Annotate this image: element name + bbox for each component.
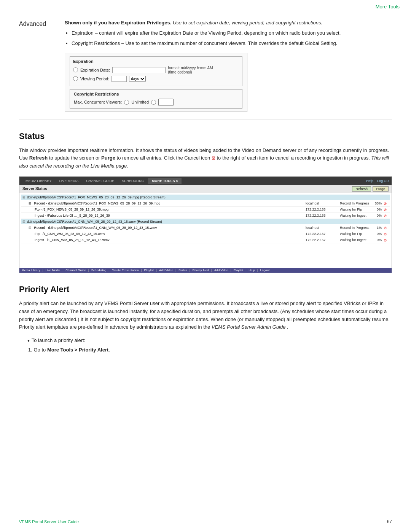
ss-file1-ftp-status: Waiting for Ftp <box>340 208 370 211</box>
ss-file2-ingest-status: Waiting for Ingest <box>340 238 370 242</box>
limited-radio[interactable] <box>151 100 156 105</box>
ss-help-link[interactable]: Help <box>366 179 373 183</box>
ss-footer-status[interactable]: Status <box>178 268 187 272</box>
ss-refresh-btn[interactable]: Refresh <box>352 186 371 192</box>
priority-step1-bold: More Tools > Priority Alert <box>47 347 108 353</box>
priority-step1-end: . <box>108 347 110 353</box>
priority-step1-start: Go to <box>33 347 47 353</box>
page-footer: VEMS Portal Server User Guide 67 <box>19 519 392 524</box>
viewing-period-input[interactable] <box>112 76 127 82</box>
ss-footer-playlist[interactable]: Playlist <box>144 268 154 272</box>
ss-footer-live-media[interactable]: Live Media <box>46 268 61 272</box>
priority-para-italic: VEMS Portal Server Admin Guide <box>212 324 286 330</box>
format-note: format: m/d/yyyy h:mm AM (time optional) <box>168 66 213 74</box>
priority-bullet-list: To launch a priority alert: <box>27 337 392 343</box>
ss-footer-priority-alert[interactable]: Priority Alert <box>193 268 209 272</box>
status-section: Status This window provides important re… <box>19 131 392 273</box>
ss-file1-record-pct: 55% <box>370 201 382 205</box>
ss-file2-header: ⊟ d:\inetpub\ftproot\MCS\Record\1_CNN_WM… <box>21 219 390 224</box>
expiration-date-row: Expiration Date: format: m/d/yyyy h:mm A… <box>73 66 239 74</box>
ss-file2-ingest-row: Ingest - /1_CNN_WM_05_28_09_12_43_15.wmv… <box>21 237 390 243</box>
priority-numbered-list: Go to More Tools > Priority Alert. <box>28 347 392 353</box>
ss-file2-ingest-cancel[interactable]: ⊘ <box>382 238 389 242</box>
ss-nav-channel-guide[interactable]: CHANNEL GUIDE <box>82 178 118 184</box>
bullet-expiration: Expiration – content will expire after t… <box>72 29 392 37</box>
ss-footer-media-library[interactable]: Media Library <box>22 268 40 272</box>
days-select[interactable]: days <box>129 76 146 82</box>
ss-file2-header-text: d:\inetpub\ftproot\MCS\Record\1_CNN_WM_0… <box>27 220 162 224</box>
copyright-row: Max. Concurrent Viewers: Unlimited <box>74 99 238 106</box>
ss-file2-expand[interactable]: ⊟ <box>22 220 25 224</box>
copyright-legend: Copyright Restrictions <box>74 92 238 96</box>
footer-page-number: 67 <box>387 519 392 524</box>
status-screenshot: MEDIA LIBRARY LIVE MEDIA CHANNEL GUIDE S… <box>19 176 392 273</box>
ss-file1-record-expand[interactable]: ⊟ <box>29 201 32 205</box>
ss-file2-record-expand[interactable]: ⊟ <box>29 226 32 230</box>
priority-para-text: A priority alert can be launched by any … <box>19 300 390 330</box>
ss-file1-ingest-row: Ingest - /Fabulous Life Of …_5_28_09_12_… <box>21 213 390 219</box>
top-bar: More Tools <box>0 0 411 12</box>
ss-file1-ingest-name: Ingest - /Fabulous Life Of …_5_28_09_12_… <box>35 214 306 217</box>
footer-brand: VEMS Portal Server User Guide <box>19 519 79 524</box>
ss-file2-record-host: localhost <box>306 226 340 230</box>
ss-file2-ftp-status: Waiting for Ftp <box>340 232 370 236</box>
advanced-intro-rest: Use to set expiration date, viewing peri… <box>173 20 322 26</box>
ss-nav-live-media[interactable]: LIVE MEDIA <box>56 178 83 184</box>
status-title: Status <box>19 131 392 141</box>
status-para-end: to remove all entries. Click the Cancel … <box>115 155 210 161</box>
expiration-fieldset: Expiration Expiration Date: format: m/d/… <box>70 56 242 86</box>
ss-file1-ftp-cancel[interactable]: ⊘ <box>382 208 389 212</box>
expiration-date-label: Expiration Date: <box>80 68 110 72</box>
ss-footer-scheduling[interactable]: Scheduling <box>91 268 107 272</box>
more-tools-link[interactable]: More Tools <box>376 4 400 10</box>
ss-file1-ingest-cancel[interactable]: ⊘ <box>382 214 389 218</box>
ss-file1-record-cancel[interactable]: ⊘ <box>382 201 389 206</box>
ss-file2-ingest-name: Ingest - /1_CNN_WM_05_28_09_12_43_15.wmv <box>35 238 306 242</box>
ss-nav-more-tools[interactable]: MORE TOOLS × <box>148 178 182 184</box>
ss-footer-logout[interactable]: Logout <box>260 268 269 272</box>
status-para: This window provides important realtime … <box>19 147 392 170</box>
status-para-mid: to update the screen or <box>48 155 101 161</box>
ss-nav-scheduling[interactable]: SCHEDULING <box>118 178 148 184</box>
ss-header-right: Refresh Purge <box>352 186 389 192</box>
ss-file2-record-name: ⊟ Record - d:\inetpub\ftproot\MCS\Record… <box>29 226 306 230</box>
ss-file1-record-host: localhost <box>306 201 340 205</box>
ss-logout-link[interactable]: Log Out <box>377 179 389 183</box>
ss-footer-add-video2[interactable]: Add Video <box>214 268 228 272</box>
ss-footer-playlist2[interactable]: Playlist <box>234 268 243 272</box>
purge-text: Purge <box>101 155 115 161</box>
ss-footer-channel-guide[interactable]: Channel Guide <box>65 268 86 272</box>
ss-nav-media-library[interactable]: MEDIA LIBRARY <box>22 178 56 184</box>
expiration-date-radio[interactable] <box>73 67 78 72</box>
ss-file2-ftp-cancel[interactable]: ⊘ <box>382 232 389 236</box>
unlimited-label: Unlimited <box>131 100 149 104</box>
ss-footer-create[interactable]: Create Presentation <box>112 268 139 272</box>
ss-file1-ftp-pct: 0% <box>370 208 382 211</box>
status-body: This window provides important realtime … <box>19 147 392 170</box>
ss-file1-header-text: d:\inetpub\ftproot\MCS\Record\1_FOX_NEWS… <box>27 195 166 199</box>
status-para-tail: to the right of each item to cancel a re… <box>217 155 370 161</box>
ss-footer-help[interactable]: Help <box>249 268 255 272</box>
ss-footer-add-video[interactable]: Add Video <box>159 268 173 272</box>
max-concurrent-label: Max. Concurrent Viewers: <box>74 100 122 104</box>
viewing-period-radio[interactable] <box>73 76 78 81</box>
refresh-text: Refresh <box>29 155 48 161</box>
ss-footer: Media Library | Live Media | Channel Gui… <box>19 268 392 273</box>
main-content: Advanced Shown only if you have Expirati… <box>0 12 411 374</box>
expiration-legend: Expiration <box>73 59 239 64</box>
max-viewers-input[interactable] <box>158 99 174 106</box>
advanced-body: Shown only if you have Expiration Privil… <box>65 20 392 112</box>
viewing-period-label: Viewing Period: <box>80 77 109 81</box>
ss-file1-ftp-host: 172.22.2.155 <box>306 208 340 211</box>
ss-file1-expand[interactable]: ⊟ <box>22 195 25 199</box>
unlimited-radio[interactable] <box>124 100 129 105</box>
ss-file1-ingest-status: Waiting for Ingest <box>340 214 370 217</box>
expiration-date-input[interactable] <box>112 67 166 73</box>
bullet-copyright: Copyright Restrictions – Use to set the … <box>72 40 392 48</box>
ss-file1-record-status: Record In Progress <box>340 201 370 205</box>
ss-file1-ingest-host: 172.22.2.155 <box>306 214 340 217</box>
priority-para-end: . <box>287 324 288 330</box>
ss-file2-ftp-pct: 0% <box>370 232 382 236</box>
ss-file2-record-cancel[interactable]: ⊘ <box>382 226 389 230</box>
ss-purge-btn[interactable]: Purge <box>373 186 389 192</box>
